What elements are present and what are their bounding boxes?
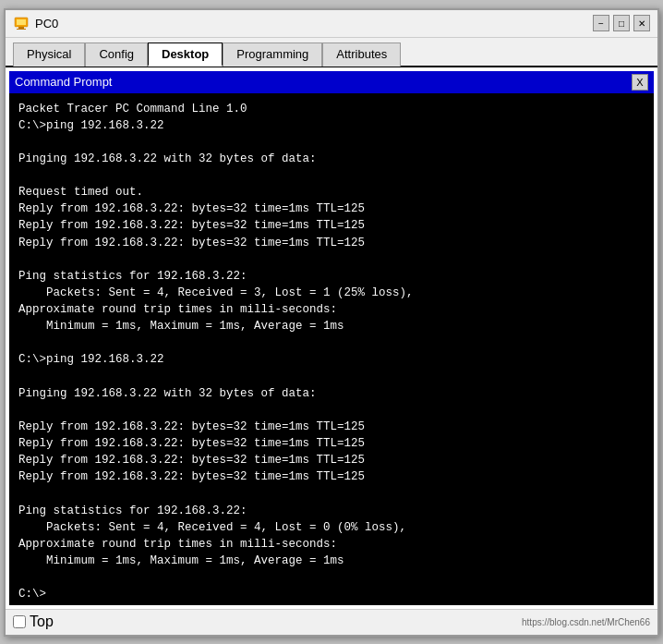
- tab-programming[interactable]: Programming: [223, 43, 322, 67]
- watermark-url: https://blog.csdn.net/MrChen66: [522, 617, 650, 627]
- main-window: PC0 − □ ✕ Physical Config Desktop Progra…: [4, 8, 659, 637]
- svg-rect-1: [17, 19, 26, 25]
- terminal-output: Packet Tracer PC Command Line 1.0 C:\>pi…: [18, 101, 645, 603]
- terminal-body[interactable]: Packet Tracer PC Command Line 1.0 C:\>pi…: [9, 93, 654, 605]
- title-bar: PC0 − □ ✕: [6, 10, 657, 38]
- maximize-button[interactable]: □: [613, 15, 630, 31]
- svg-rect-3: [17, 29, 26, 30]
- svg-rect-2: [18, 27, 24, 29]
- tab-bar: Physical Config Desktop Programming Attr…: [6, 38, 657, 67]
- terminal-header: Command Prompt X: [9, 71, 654, 93]
- tab-attributes[interactable]: Attributes: [322, 43, 401, 67]
- terminal-title: Command Prompt: [15, 75, 112, 89]
- tab-config[interactable]: Config: [85, 43, 148, 67]
- top-checkbox[interactable]: [13, 615, 26, 628]
- terminal-wrapper: Command Prompt X Packet Tracer PC Comman…: [9, 71, 654, 605]
- terminal-close-button[interactable]: X: [632, 74, 648, 91]
- tab-physical[interactable]: Physical: [13, 43, 85, 67]
- top-checkbox-label: Top: [30, 614, 54, 630]
- window-controls: − □ ✕: [593, 15, 650, 31]
- window-title: PC0: [35, 17, 593, 30]
- tab-desktop[interactable]: Desktop: [148, 43, 223, 67]
- app-icon: [13, 15, 30, 31]
- close-button[interactable]: ✕: [633, 15, 650, 31]
- top-checkbox-area: Top: [13, 614, 54, 630]
- content-area: Command Prompt X Packet Tracer PC Comman…: [6, 67, 657, 609]
- bottom-bar: Top https://blog.csdn.net/MrChen66: [6, 609, 657, 635]
- minimize-button[interactable]: −: [593, 15, 609, 31]
